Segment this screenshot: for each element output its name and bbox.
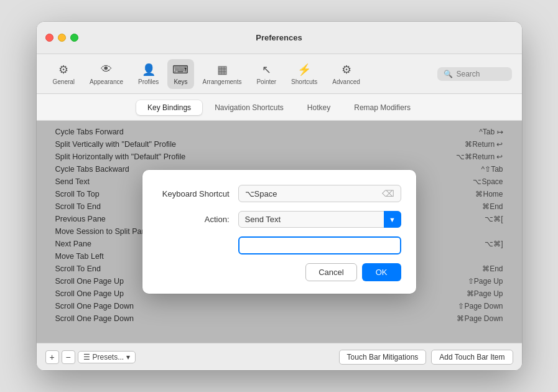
modal-buttons: Cancel OK [157, 263, 401, 281]
preferences-window: Preferences ⚙ General 👁 Appearance 👤 Pro… [37, 22, 522, 370]
bottom-right: Touch Bar Mitigations Add Touch Bar Item [339, 350, 513, 365]
send-text-input[interactable] [238, 236, 401, 254]
toolbar-item-keys[interactable]: ⌨ Keys [167, 59, 193, 89]
advanced-icon: ⚙ [340, 63, 353, 77]
keys-icon: ⌨ [174, 63, 187, 77]
tabs-row: Key Bindings Navigation Shortcuts Hotkey… [37, 94, 522, 121]
content-area: Cycle Tabs Forward ^Tab ↦ Split Vertical… [37, 121, 522, 343]
ok-button[interactable]: OK [362, 263, 401, 281]
clear-icon[interactable]: ⌫ [382, 189, 394, 198]
action-label: Action: [157, 215, 238, 224]
shortcut-field[interactable]: ⌥Space ⌫ [238, 185, 401, 202]
pointer-icon: ↖ [259, 63, 273, 77]
traffic-lights [45, 34, 78, 42]
toolbar-item-arrangements[interactable]: ▦ Arrangements [197, 59, 248, 89]
shortcuts-icon: ⚡ [297, 63, 311, 77]
action-select[interactable]: Send Text [238, 211, 401, 228]
text-input-row [157, 236, 401, 254]
bottom-left: + − ☰ Presets... ▾ [45, 350, 136, 364]
title-bar: Preferences [37, 22, 522, 54]
profiles-icon: 👤 [142, 63, 156, 77]
tab-remap-modifiers[interactable]: Remap Modifiers [343, 100, 422, 115]
presets-button[interactable]: ☰ Presets... ▾ [78, 351, 136, 363]
general-icon: ⚙ [57, 63, 70, 77]
tab-key-bindings[interactable]: Key Bindings [136, 100, 202, 115]
maximize-button[interactable] [70, 34, 78, 42]
add-binding-button[interactable]: + [45, 350, 59, 364]
toolbar-item-advanced[interactable]: ⚙ Advanced [326, 59, 366, 89]
toolbar-item-appearance[interactable]: 👁 Appearance [83, 59, 129, 89]
toolbar-item-general[interactable]: ⚙ General [47, 59, 81, 89]
action-row: Action: Send Text ▼ [157, 211, 401, 228]
remove-binding-button[interactable]: − [62, 350, 75, 364]
modal-overlay: Keyboard Shortcut ⌥Space ⌫ Action: Send … [37, 121, 522, 343]
search-bar[interactable]: 🔍 [437, 67, 512, 81]
presets-icon: ☰ [83, 353, 90, 362]
minimize-button[interactable] [58, 34, 66, 42]
touch-bar-mitigations-button[interactable]: Touch Bar Mitigations [339, 350, 427, 365]
add-touch-bar-button[interactable]: Add Touch Bar Item [431, 350, 513, 365]
tab-navigation-shortcuts[interactable]: Navigation Shortcuts [203, 100, 295, 115]
close-button[interactable] [45, 34, 53, 42]
bottom-bar: + − ☰ Presets... ▾ Touch Bar Mitigations… [37, 343, 522, 370]
search-icon: 🔍 [444, 70, 453, 78]
toolbar-icons: ⚙ General 👁 Appearance 👤 Profiles ⌨ Keys… [47, 59, 366, 89]
search-input[interactable] [457, 70, 506, 78]
appearance-icon: 👁 [100, 63, 113, 77]
cancel-button[interactable]: Cancel [305, 263, 356, 281]
keyboard-shortcut-dialog: Keyboard Shortcut ⌥Space ⌫ Action: Send … [142, 170, 416, 294]
arrangements-icon: ▦ [215, 63, 229, 77]
toolbar-item-profiles[interactable]: 👤 Profiles [132, 59, 165, 89]
shortcut-row: Keyboard Shortcut ⌥Space ⌫ [157, 185, 401, 202]
toolbar-item-shortcuts[interactable]: ⚡ Shortcuts [285, 59, 323, 89]
tab-hotkey[interactable]: Hotkey [296, 100, 342, 115]
presets-chevron-icon: ▾ [126, 353, 130, 362]
toolbar-item-pointer[interactable]: ↖ Pointer [250, 59, 282, 89]
shortcut-label: Keyboard Shortcut [157, 189, 238, 198]
window-title: Preferences [256, 33, 302, 42]
toolbar: ⚙ General 👁 Appearance 👤 Profiles ⌨ Keys… [37, 54, 522, 94]
presets-label: Presets... [93, 353, 124, 362]
shortcut-text: ⌥Space [245, 189, 277, 198]
action-select-wrapper: Send Text ▼ [238, 211, 401, 228]
